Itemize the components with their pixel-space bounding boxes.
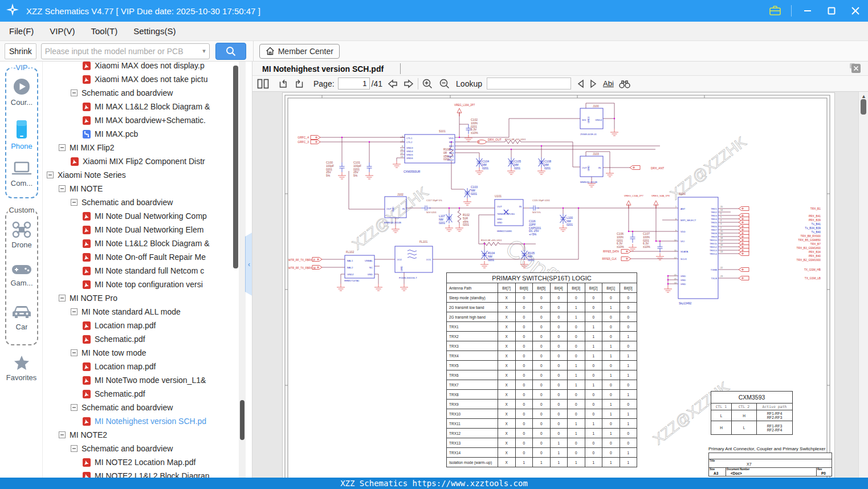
schematic-page[interactable]: XZZ@XZZHKXZZ@XZZHKXZZ@XZZHKConfidential <box>283 93 834 478</box>
tree-item[interactable]: MI MAX boardview+Schematic. <box>43 113 252 127</box>
tree-item[interactable]: MI MAX.pcb <box>43 127 252 141</box>
zoom-out-icon[interactable] <box>439 78 450 89</box>
lookup-input[interactable] <box>487 78 571 89</box>
tree-item[interactable]: Location map.pdf <box>43 360 252 373</box>
sidebar-item-phone[interactable]: Phone <box>6 119 37 150</box>
svg-text:PRX_B40: PRX_B40 <box>809 255 821 258</box>
find-next-icon[interactable] <box>589 79 597 88</box>
tree-item[interactable]: MI NOTE Pro <box>43 291 252 305</box>
collapse-icon <box>71 445 78 452</box>
tree-item[interactable]: MI Note Dual Networking Comp <box>43 209 252 223</box>
sidebar-item-gam[interactable]: Gam... <box>6 263 37 287</box>
panel-collapse-handle[interactable]: ‹ <box>245 232 252 296</box>
model-search-combo[interactable]: ▾ <box>41 43 210 59</box>
custom-group-label: Custom <box>8 206 36 214</box>
svg-text:IN: IN <box>519 205 521 208</box>
pdf-icon <box>83 417 91 426</box>
tree-item[interactable]: MI Note tow mode <box>43 346 252 360</box>
sidebar-item-favorites[interactable]: Favorites <box>0 355 43 382</box>
close-document-icon[interactable] <box>850 63 861 76</box>
maximize-button[interactable] <box>824 3 840 19</box>
rotate-right-icon[interactable] <box>294 78 305 89</box>
tree-item[interactable]: MI Note Dual Networking Elem <box>43 223 252 237</box>
next-page-icon[interactable] <box>403 79 414 88</box>
tree-item[interactable]: Schematic and boardview <box>43 86 252 100</box>
find-prev-icon[interactable] <box>577 79 585 88</box>
svg-text:TRX7: TRX7 <box>711 229 717 231</box>
tree-item[interactable]: MI Note On-off Fault Repair Me <box>43 250 252 264</box>
sidebar-item-drone[interactable]: Drone <box>6 221 37 249</box>
close-button[interactable] <box>847 3 863 19</box>
tree-item[interactable]: MI NOTE2 L1&L2 Block Diagran <box>43 469 252 478</box>
chevron-down-icon[interactable]: ▾ <box>199 47 209 55</box>
tree-item[interactable]: MI NOTE2 Location Map.pdf <box>43 455 252 469</box>
svg-text:9: 9 <box>675 230 677 232</box>
viewer-scrollbar[interactable]: ▲ <box>858 92 868 478</box>
tree-item[interactable]: MI MAX L1&L2 Block Diagram & <box>43 100 252 113</box>
viewer-scrollbar-thumb[interactable] <box>861 99 866 115</box>
tree-item[interactable]: Xiaomi MAX does not display.p <box>43 62 252 72</box>
tree-item[interactable]: MI NOTE2 <box>43 428 252 442</box>
tree-item[interactable]: MI Note top configuration versi <box>43 278 252 291</box>
search-button[interactable] <box>215 43 246 60</box>
prev-page-icon[interactable] <box>387 79 398 88</box>
sidebar-item-com[interactable]: Com... <box>6 161 37 188</box>
svg-text:C106100N02016.3V±10%: C106100N02016.3V±10% <box>617 232 624 248</box>
document-tab[interactable]: MI Notehighest version SCH.pdf <box>256 62 389 76</box>
vip-briefcase-icon[interactable] <box>767 3 783 19</box>
tree-item[interactable]: MI NOTE <box>43 182 252 195</box>
tree-item[interactable]: MI Note L1&L2 Block Diagram & <box>43 237 252 250</box>
tree-item[interactable]: Location map.pdf <box>43 319 252 332</box>
tree-item[interactable]: Schematic and boardview <box>43 442 252 455</box>
sidebar-item-car[interactable]: Car <box>6 304 37 331</box>
tree-item[interactable]: Xiaomi MAX does not take pictu <box>43 72 252 86</box>
pdf-icon <box>83 212 91 221</box>
svg-text:BAL1: BAL1 <box>347 259 353 262</box>
laptop-icon <box>11 161 32 177</box>
star-icon <box>13 355 30 371</box>
page-number-input[interactable] <box>338 78 370 89</box>
svg-text:C101100pF020125V5%: C101100pF020125V5% <box>353 161 361 177</box>
minimize-button[interactable] <box>800 3 816 19</box>
document-canvas[interactable]: XZZ@XZZHKXZZ@XZZHKXZZ@XZZHKConfidential <box>252 92 868 478</box>
tree-item[interactable]: MI Note standard ALL mode <box>43 305 252 319</box>
search-input[interactable] <box>42 47 199 56</box>
scroll-up-icon[interactable]: ▲ <box>861 93 866 99</box>
tree-item[interactable]: MI NoteTwo mode version_L1& <box>43 373 252 387</box>
sidebar-item-cour[interactable]: Cour... <box>6 78 37 107</box>
tree-item[interactable]: Schematic.pdf <box>43 332 252 346</box>
svg-text:TRX11: TRX11 <box>710 242 717 245</box>
zoom-in-icon[interactable] <box>422 78 433 89</box>
tree-item[interactable]: Schematic.pdf <box>43 387 252 401</box>
shrink-button[interactable]: Shrink <box>5 43 36 59</box>
tree-item[interactable]: MI MIX Flip2 <box>43 141 252 154</box>
two-page-view-icon[interactable] <box>257 79 269 89</box>
tree-item[interactable]: Xiaomi Note Series <box>43 168 252 182</box>
tree-item[interactable]: Schematic and boardview <box>43 401 252 414</box>
tree-item[interactable]: MI Note standard full Netcom c <box>43 264 252 278</box>
svg-text:R10251R±5%0201: R10251R±5%0201 <box>463 213 470 226</box>
search-icon <box>225 46 237 57</box>
tree-item[interactable]: Xiaomi MIX Flip2 Component Distr <box>43 154 252 168</box>
tree-item[interactable]: MI Notehighest version SCH.pd <box>43 414 252 428</box>
tree-scrollbar-thumb[interactable] <box>233 66 238 268</box>
svg-text:PRX_B34: PRX_B34 <box>809 251 821 254</box>
svg-text:14: 14 <box>720 209 723 211</box>
match-case-toggle[interactable]: Abi <box>603 79 614 88</box>
menu-vip[interactable]: VIP(V) <box>50 26 75 36</box>
svg-text:C117 33pF 5%: C117 33pF 5% <box>426 199 442 202</box>
tree-item[interactable]: Schematic and boardview <box>43 195 252 209</box>
binoculars-icon[interactable] <box>618 79 631 89</box>
menu-file[interactable]: File(F) <box>9 26 34 36</box>
svg-text:SDATA: SDATA <box>680 250 688 253</box>
play-circle-icon <box>13 78 31 96</box>
menu-tool[interactable]: Tool(T) <box>91 26 118 36</box>
svg-text:J100: J100 <box>593 104 599 108</box>
member-center-button[interactable]: Member Center <box>259 44 340 59</box>
panel-scrollbar-thumb[interactable] <box>240 400 244 440</box>
svg-text:18: 18 <box>720 237 723 239</box>
menu-settings[interactable]: Settings(S) <box>133 26 176 36</box>
rotate-left-icon[interactable] <box>277 78 288 89</box>
svg-text:I/O2: I/O2 <box>397 258 402 261</box>
lookup-label: Lookup <box>456 79 482 88</box>
